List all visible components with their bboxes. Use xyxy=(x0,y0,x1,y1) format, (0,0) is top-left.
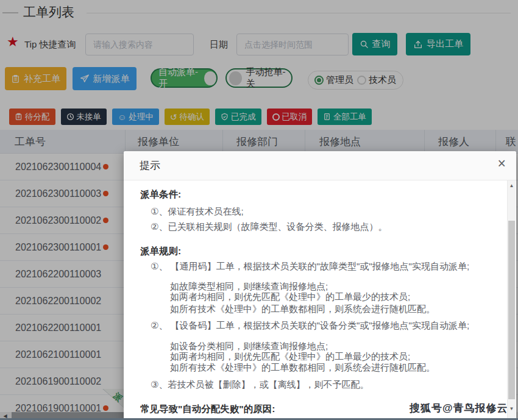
clipboard-icon xyxy=(11,74,20,84)
circle-icon xyxy=(272,113,280,121)
dialog-text-line: 派单规则: xyxy=(140,245,181,257)
document-icon xyxy=(323,113,331,121)
clock-icon xyxy=(66,113,74,121)
tip-star-icon: ★ xyxy=(7,34,19,50)
tab-label: 处理中 xyxy=(129,112,154,123)
order-number: 2021062300110001 xyxy=(15,234,101,260)
toggle-knob-on xyxy=(204,71,216,85)
smiley-icon: ☺ xyxy=(118,113,126,121)
tab-pending-confirm[interactable]: ↺ 待确认 xyxy=(165,109,210,125)
unread-dot xyxy=(103,244,108,250)
dialog-text-line: 派单条件: xyxy=(140,188,181,201)
tab-label: 已完成 xyxy=(231,112,256,123)
dialog-header: 提示 × xyxy=(124,151,516,180)
close-icon[interactable]: × xyxy=(498,157,506,171)
export-button-label: 导出工单 xyxy=(427,38,463,50)
col-header-reporter: 报修人 xyxy=(424,130,495,154)
unread-dot xyxy=(103,191,108,196)
title-divider-dash xyxy=(2,12,18,13)
col-header-location: 报修地点 xyxy=(305,130,424,154)
scroll-up-arrow-icon[interactable]: ▲ xyxy=(508,183,516,188)
manual-grab-label: 手动抢单-关 xyxy=(246,66,291,90)
order-number: 2021062300110004 xyxy=(15,154,101,180)
watermark: 搜狐号@青鸟报修云 xyxy=(410,401,508,415)
radio-unselected-icon xyxy=(357,76,366,85)
tab-pending-assign[interactable]: 待分配 xyxy=(9,109,55,125)
tab-label: 全部工单 xyxy=(333,112,366,123)
date-label: 日期 xyxy=(210,39,228,51)
order-number: 2021062300110002 xyxy=(15,207,101,233)
query-button-label: 查询 xyxy=(372,38,391,50)
paper-plane-icon xyxy=(80,74,90,84)
radio-selected-icon xyxy=(314,76,324,85)
dialog-text-line: 如两者均相同，则优先匹配《处理中》的工单最少的技术员; xyxy=(170,351,410,363)
auto-dispatch-label: 自动派单-开 xyxy=(158,66,200,90)
dialog-text-line: ①、 【通用码】工单，根据技术员关联的"故障类型"或"报修地点"实现自动派单; xyxy=(151,260,469,272)
new-dispatch-button[interactable]: 新增派单 xyxy=(73,67,137,90)
search-input[interactable] xyxy=(85,34,194,55)
tab-all-orders[interactable]: 全部工单 xyxy=(318,109,372,125)
supplement-button-label: 补充工单 xyxy=(24,73,60,85)
col-header-contact: 联 xyxy=(495,130,518,154)
dialog-text-line: 如所有技术《处理中》的工单数都相同，则系统会进行随机匹配。 xyxy=(170,361,435,374)
shield-check-icon xyxy=(221,113,229,121)
history-icon: ↺ xyxy=(170,113,177,121)
quick-search-label: Tip 快捷查询 xyxy=(24,39,76,51)
clipboard-icon xyxy=(15,113,23,121)
export-orders-button[interactable]: 导出工单 xyxy=(406,33,470,55)
tab-label: 未接单 xyxy=(77,112,102,123)
order-number: 2021062200110003 xyxy=(15,261,101,287)
radio-admin-label: 管理员 xyxy=(326,74,353,86)
dispatched-corner-ribbon: 派 xyxy=(100,389,126,412)
dialog-text-line: ②、 【设备码】工单，根据技术员关联的"设备分类"或"报修地点"实现自动派单; xyxy=(151,319,469,332)
dialog-text-line: 如所有技术《处理中》的工单数都相同，则系统会进行随机匹配。 xyxy=(170,303,435,315)
title-divider-line xyxy=(87,13,511,13)
order-number: 2021061900110002 xyxy=(15,368,101,394)
export-icon xyxy=(413,40,423,49)
dialog-scrollbar-thumb[interactable] xyxy=(508,221,515,399)
date-range-input[interactable] xyxy=(236,34,349,55)
col-header-department: 报修部门 xyxy=(222,130,305,154)
tab-cancelled[interactable]: 已取消 xyxy=(267,109,313,125)
dialog-text-line: ①、保证有技术员在线; xyxy=(151,205,244,218)
page-title: 工单列表 xyxy=(23,4,74,21)
tip-dialog: 提示 × 派单条件: ①、保证有技术员在线; ②、已关联相关规则（故障类型、设备… xyxy=(124,151,516,420)
col-header-order-no: 工单号 xyxy=(0,130,125,154)
auto-dispatch-toggle[interactable]: 自动派单-开 xyxy=(151,68,218,88)
status-filter-row: 待分配 未接单 ☺ 处理中 ↺ 待确认 已完成 已取消 全部工单 xyxy=(9,109,372,125)
col-header-unit: 报修单位 xyxy=(125,130,222,154)
work-order-app: 工单列表 ★ Tip 快捷查询 日期 查询 导出工单 补充工单 新增派单 自动派… xyxy=(0,0,518,420)
dialog-text-line: 常见导致"自动分配失败"的原因: xyxy=(140,403,275,415)
tab-label: 待确认 xyxy=(180,112,205,123)
dialog-title: 提示 xyxy=(140,151,160,180)
table-header: 工单号 报修单位 报修部门 报修地点 报修人 联 xyxy=(0,130,518,154)
supplement-order-button[interactable]: 补充工单 xyxy=(5,67,66,90)
query-button[interactable]: 查询 xyxy=(352,33,397,55)
toggle-knob-off xyxy=(229,71,242,85)
dialog-text-line: ②、已关联相关规则（故障类型、设备分类、报修地点）。 xyxy=(151,221,387,233)
new-dispatch-button-label: 新增派单 xyxy=(93,73,130,85)
search-icon xyxy=(360,40,369,49)
order-number: 2021062200110002 xyxy=(15,288,101,314)
tab-label: 待分配 xyxy=(25,112,50,123)
radio-technician-label: 技术员 xyxy=(369,74,396,86)
order-number: 2021062200110001 xyxy=(15,315,101,341)
tab-not-accepted[interactable]: 未接单 xyxy=(61,109,107,125)
unread-dot xyxy=(103,164,108,169)
tab-completed[interactable]: 已完成 xyxy=(215,109,261,125)
dialog-text-line: ③、若技术员被【删除】，或【离线】，则不予匹配。 xyxy=(151,379,369,391)
tab-processing[interactable]: ☺ 处理中 xyxy=(112,109,159,125)
radio-admin[interactable]: 管理员 xyxy=(314,74,353,86)
radio-technician[interactable]: 技术员 xyxy=(357,74,396,86)
role-radio-group: 管理员 技术员 xyxy=(308,71,403,90)
dialog-text-line: 如两者均相同，则优先匹配《处理中》的工单最少的技术员; xyxy=(170,291,410,303)
order-number: 2021062300110003 xyxy=(15,180,101,207)
unread-dot xyxy=(103,218,108,223)
scroll-down-arrow-icon[interactable]: ▼ xyxy=(508,406,516,411)
tab-label: 已取消 xyxy=(282,112,307,123)
manual-grab-toggle[interactable]: 手动抢单-关 xyxy=(225,68,293,88)
order-number: 2021062100110001 xyxy=(15,341,101,368)
